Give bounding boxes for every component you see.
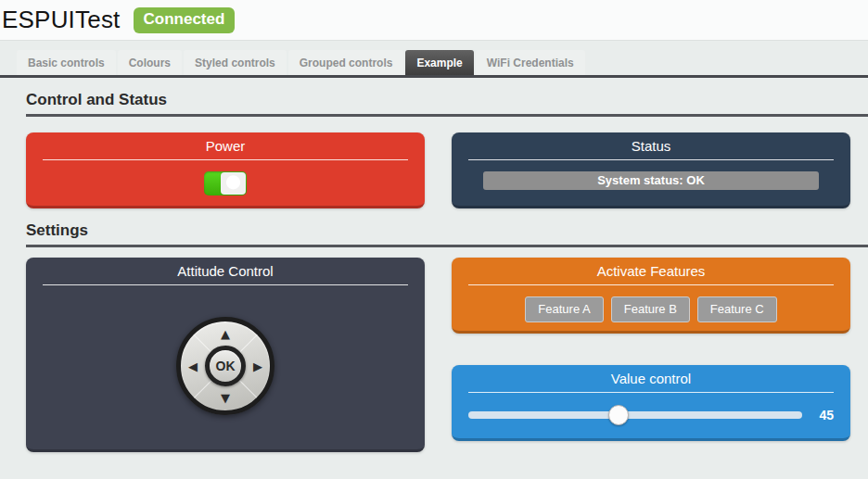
section-divider bbox=[26, 245, 868, 247]
dpad-left-arrow-icon[interactable]: ◀ bbox=[188, 360, 198, 372]
app-header: ESPUITest Connected bbox=[0, 0, 868, 41]
value-slider-track[interactable] bbox=[468, 411, 802, 419]
value-slider-readout: 45 bbox=[813, 408, 834, 422]
main-content: Control and Status Power Status System s… bbox=[0, 91, 868, 452]
system-status-label: System status: OK bbox=[483, 171, 819, 190]
features-panel-title: Activate Features bbox=[452, 258, 850, 279]
panel-divider bbox=[43, 284, 408, 285]
activate-features-panel: Activate Features Feature A Feature B Fe… bbox=[452, 258, 850, 334]
status-panel-title: Status bbox=[452, 132, 850, 154]
feature-a-button[interactable]: Feature A bbox=[525, 296, 603, 322]
dpad-wrap: ▲ ▼ ◀ ▶ OK bbox=[26, 317, 425, 415]
dpad-control[interactable]: ▲ ▼ ◀ ▶ OK bbox=[176, 317, 274, 415]
tab-wifi-credentials[interactable]: WiFi Credentials bbox=[476, 50, 585, 75]
section-heading-control-status: Control and Status bbox=[26, 91, 850, 109]
page-title: ESPUITest bbox=[2, 6, 121, 34]
value-panel-title: Value control bbox=[452, 365, 850, 386]
status-panel: Status System status: OK bbox=[452, 132, 850, 208]
tab-basic-controls[interactable]: Basic controls bbox=[17, 50, 116, 75]
dpad-up-arrow-icon[interactable]: ▲ bbox=[221, 328, 230, 340]
feature-buttons-row: Feature A Feature B Feature C bbox=[452, 296, 850, 322]
control-status-row: Power Status System status: OK bbox=[26, 132, 850, 208]
tab-colours[interactable]: Colours bbox=[118, 50, 182, 75]
tab-styled-controls[interactable]: Styled controls bbox=[184, 50, 287, 75]
dpad-down-arrow-icon[interactable]: ▼ bbox=[221, 392, 230, 404]
value-control-panel: Value control 45 bbox=[452, 365, 850, 441]
settings-row: Attitude Control ▲ ▼ ◀ ▶ OK Activate Fea… bbox=[26, 258, 850, 452]
section-divider bbox=[26, 114, 868, 117]
value-slider-knob[interactable] bbox=[608, 405, 629, 425]
value-slider-row: 45 bbox=[468, 408, 834, 422]
dpad-right-arrow-icon[interactable]: ▶ bbox=[253, 360, 262, 372]
panel-divider bbox=[468, 284, 834, 285]
dpad-ok-button[interactable]: OK bbox=[205, 346, 246, 386]
power-toggle-switch[interactable] bbox=[204, 171, 247, 195]
attitude-panel-title: Attitude Control bbox=[26, 258, 425, 279]
settings-right-column: Activate Features Feature A Feature B Fe… bbox=[452, 258, 850, 452]
panel-divider bbox=[468, 159, 834, 160]
power-panel-title: Power bbox=[26, 132, 425, 154]
feature-c-button[interactable]: Feature C bbox=[697, 296, 777, 322]
connection-status-badge: Connected bbox=[134, 7, 236, 33]
tab-bar: Basic controls Colours Styled controls G… bbox=[0, 41, 868, 78]
power-panel: Power bbox=[26, 132, 425, 208]
section-heading-settings: Settings bbox=[26, 221, 850, 240]
tab-grouped-controls[interactable]: Grouped controls bbox=[288, 50, 404, 75]
power-switch-wrap bbox=[26, 171, 425, 195]
panel-divider bbox=[43, 159, 408, 160]
attitude-control-panel: Attitude Control ▲ ▼ ◀ ▶ OK bbox=[26, 258, 425, 452]
tab-example[interactable]: Example bbox=[405, 50, 473, 75]
power-toggle-knob[interactable] bbox=[221, 172, 246, 195]
feature-b-button[interactable]: Feature B bbox=[611, 296, 690, 322]
panel-divider bbox=[468, 392, 834, 393]
